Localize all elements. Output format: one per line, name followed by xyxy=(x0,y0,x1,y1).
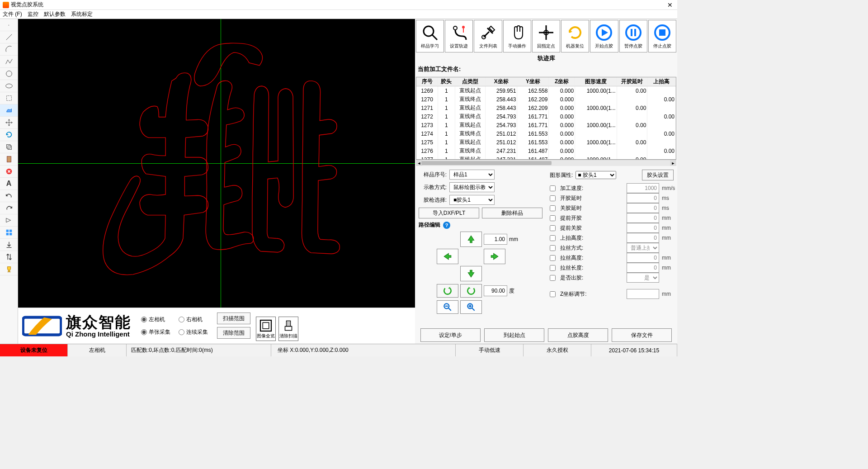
head-settings-button[interactable]: 胶头设置 xyxy=(642,170,674,180)
toolbar-hand-button[interactable]: 手动操作 xyxy=(503,20,531,52)
tool-rect-dot[interactable] xyxy=(0,92,18,104)
toolbar-tools-button[interactable]: 文件列表 xyxy=(474,20,502,52)
menu-monitor[interactable]: 监控 xyxy=(28,10,38,18)
save-file-button[interactable]: 保存文件 xyxy=(612,328,672,342)
param-input-7[interactable] xyxy=(627,253,659,263)
trajectory-table[interactable]: 序号胶头点类型X坐标Y坐标Z坐标图形速度开胶延时上抬高12691直线起点259.… xyxy=(416,77,676,160)
toolbar-path-button[interactable]: 设置轨迹 xyxy=(445,20,473,52)
radio-left-cam[interactable]: 左相机 xyxy=(141,314,170,325)
radio-single-shot[interactable]: 单张采集 xyxy=(141,327,170,338)
param-select-6[interactable]: 普通上抬 xyxy=(627,243,659,253)
tool-triangle[interactable] xyxy=(0,214,18,227)
delete-sample-button[interactable]: 删除样品 xyxy=(482,208,542,218)
arrow-up-button[interactable] xyxy=(460,232,482,247)
param-check-0[interactable] xyxy=(550,185,556,191)
tool-arc[interactable] xyxy=(0,43,18,56)
rotate-ccw-button[interactable] xyxy=(460,284,482,298)
scan-range-button[interactable]: 扫描范围 xyxy=(217,313,250,324)
param-check-9[interactable] xyxy=(550,275,556,281)
menu-defaults[interactable]: 默认参数 xyxy=(44,10,66,18)
tool-point[interactable]: · xyxy=(0,19,18,31)
param-input-8[interactable] xyxy=(627,263,659,273)
tool-grid[interactable] xyxy=(0,227,18,239)
goto-start-button[interactable]: 到起始点 xyxy=(484,328,544,342)
cad-canvas[interactable] xyxy=(18,19,415,308)
param-check-6[interactable] xyxy=(550,245,556,251)
param-check-7[interactable] xyxy=(550,255,556,261)
gun-select[interactable]: ■胶头1 xyxy=(449,195,495,205)
toolbar-cross-button[interactable]: 回指定点 xyxy=(532,20,560,52)
rotate-cw-button[interactable] xyxy=(437,284,458,298)
param-check-2[interactable] xyxy=(550,205,556,211)
close-icon[interactable]: ✕ xyxy=(665,1,675,9)
clear-scan-button[interactable]: 清除扫描 xyxy=(278,317,298,341)
arrow-left-button[interactable] xyxy=(437,249,458,264)
shape-attr-select[interactable]: ■ 胶头1 xyxy=(576,171,616,179)
param-input-2[interactable] xyxy=(627,203,659,213)
arrow-down-button[interactable] xyxy=(460,266,482,281)
toolbar-play-button[interactable]: 开始点胶 xyxy=(590,20,618,52)
tool-paste[interactable] xyxy=(0,153,18,166)
arrow-right-button[interactable] xyxy=(484,249,505,264)
table-hscroll[interactable]: ◄► xyxy=(416,160,676,166)
tool-move[interactable] xyxy=(0,117,18,129)
image-overview-button[interactable]: 图像全览 xyxy=(256,317,276,341)
table-row[interactable]: 12741直线终点251.012161.5530.0000.00 xyxy=(416,129,676,138)
tool-copy[interactable] xyxy=(0,141,18,153)
tool-redo[interactable] xyxy=(0,202,18,214)
tool-circle[interactable] xyxy=(0,68,18,80)
param-input-5[interactable] xyxy=(627,233,659,243)
radio-continuous[interactable]: 连续采集 xyxy=(179,327,208,338)
tool-text[interactable]: A xyxy=(0,178,18,190)
radio-right-cam[interactable]: 右相机 xyxy=(179,314,208,325)
param-check-8[interactable] xyxy=(550,265,556,271)
param-select-9[interactable]: 是 xyxy=(627,273,659,283)
table-row[interactable]: 12751直线起点251.012161.5530.0001000.00(1...… xyxy=(416,138,676,147)
toolbar-magnify-button[interactable]: 样品学习 xyxy=(416,20,444,52)
tool-undo[interactable] xyxy=(0,190,18,202)
table-row[interactable]: 12721直线终点254.793161.7710.0000.00 xyxy=(416,112,676,121)
help-icon[interactable]: ? xyxy=(443,222,450,229)
table-row[interactable]: 12761直线终点247.231161.4870.0000.00 xyxy=(416,147,676,155)
tool-delete[interactable] xyxy=(0,166,18,178)
tool-region[interactable] xyxy=(0,104,18,117)
toolbar-pause-button[interactable]: 暂停点胶 xyxy=(619,20,647,52)
param-check-5[interactable] xyxy=(550,235,556,241)
zoom-in-button[interactable] xyxy=(460,300,482,314)
param-check-3[interactable] xyxy=(550,215,556,221)
tool-polyline[interactable] xyxy=(0,56,18,68)
svg-rect-15 xyxy=(285,327,292,331)
tool-updown[interactable] xyxy=(0,251,18,263)
tool-refresh[interactable] xyxy=(0,129,18,141)
tool-line[interactable] xyxy=(0,31,18,43)
tool-ellipse[interactable] xyxy=(0,80,18,92)
table-row[interactable]: 12701直线终点258.443162.2090.0000.00 xyxy=(416,95,676,104)
clear-range-button[interactable]: 清除范围 xyxy=(217,327,250,339)
param-check-10[interactable] xyxy=(550,291,556,297)
teach-mode-select[interactable]: 鼠标绘图示教 xyxy=(449,182,495,192)
table-row[interactable]: 12731直线起点254.793161.7710.0001000.00(1...… xyxy=(416,121,676,129)
param-input-4[interactable] xyxy=(627,223,659,233)
menu-calib[interactable]: 系统标定 xyxy=(71,10,93,18)
tool-trophy[interactable] xyxy=(0,263,18,275)
menu-file[interactable]: 文件 (F) xyxy=(3,10,22,18)
sample-no-select[interactable]: 样品1 xyxy=(449,170,495,180)
param-check-4[interactable] xyxy=(550,225,556,231)
param-input-0[interactable] xyxy=(627,183,659,193)
rotate-angle-input[interactable] xyxy=(484,285,507,296)
table-row[interactable]: 12691直线起点259.951162.5580.0001000.00(1...… xyxy=(416,86,676,95)
toolbar-reset-button[interactable]: 机器复位 xyxy=(561,20,589,52)
glue-height-button[interactable]: 点胶高度 xyxy=(548,328,608,342)
table-row[interactable]: 12771直线起点247.231161.4870.0001000.00(1...… xyxy=(416,155,676,160)
tool-insert[interactable] xyxy=(0,239,18,251)
param-input-1[interactable] xyxy=(627,193,659,203)
param-input-10[interactable] xyxy=(627,289,659,299)
set-step-button[interactable]: 设定/单步 xyxy=(420,328,481,342)
step-input[interactable] xyxy=(484,234,507,245)
toolbar-stop-button[interactable]: 停止点胶 xyxy=(648,20,676,52)
import-dxf-button[interactable]: 导入DXF/PLT xyxy=(419,208,479,218)
param-input-3[interactable] xyxy=(627,213,659,223)
zoom-out-button[interactable] xyxy=(437,300,458,314)
param-check-1[interactable] xyxy=(550,195,556,201)
table-row[interactable]: 12711直线起点258.443162.2090.0001000.00(1...… xyxy=(416,104,676,112)
